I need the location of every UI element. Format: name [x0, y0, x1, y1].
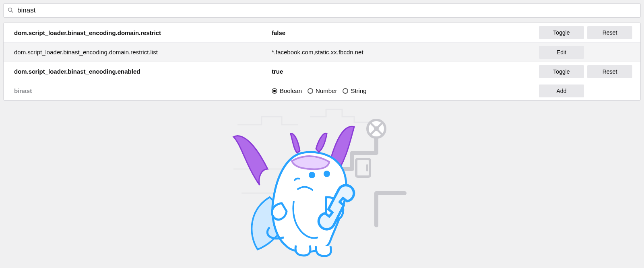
add-button[interactable]: Add: [539, 85, 584, 97]
toggle-button[interactable]: Toggle: [539, 26, 584, 39]
pref-value: true: [272, 68, 536, 75]
search-icon: [8, 7, 13, 14]
search-input[interactable]: [17, 6, 636, 15]
radio-label: String: [351, 87, 366, 94]
spacer: [587, 85, 632, 97]
search-bar[interactable]: [3, 3, 641, 18]
pref-row: dom.script_loader.binast_encoding.enable…: [4, 62, 640, 81]
radio-number[interactable]: Number: [308, 87, 337, 94]
radio-label: Boolean: [280, 87, 302, 94]
type-radio-group: Boolean Number String: [272, 87, 367, 94]
pref-row: dom.script_loader.binast_encoding.domain…: [4, 23, 640, 42]
radio-boolean[interactable]: Boolean: [272, 87, 302, 94]
new-pref-name: binast: [14, 87, 272, 94]
svg-line-1: [12, 11, 13, 12]
spacer: [587, 46, 632, 59]
pref-name: dom.script_loader.binast_encoding.domain…: [14, 49, 272, 56]
pref-table: dom.script_loader.binast_encoding.domain…: [3, 23, 641, 101]
svg-point-7: [374, 126, 379, 131]
pref-name: dom.script_loader.binast_encoding.domain…: [14, 29, 272, 36]
radio-icon: [343, 88, 348, 94]
toggle-button[interactable]: Toggle: [539, 65, 584, 78]
radio-string[interactable]: String: [343, 87, 366, 94]
radio-icon: [272, 88, 277, 94]
mascot-illustration: [225, 105, 419, 266]
edit-button[interactable]: Edit: [539, 46, 584, 59]
reset-button[interactable]: Reset: [587, 65, 632, 78]
pref-value: *.facebook.com,static.xx.fbcdn.net: [272, 49, 536, 56]
pref-value: false: [272, 29, 536, 36]
pref-name: dom.script_loader.binast_encoding.enable…: [14, 68, 272, 75]
pref-row: dom.script_loader.binast_encoding.domain…: [4, 42, 640, 62]
reset-button[interactable]: Reset: [587, 26, 632, 39]
new-pref-row: binast Boolean Number String: [4, 81, 640, 100]
svg-point-0: [8, 8, 12, 11]
radio-icon: [308, 88, 313, 94]
svg-point-9: [324, 171, 329, 176]
svg-point-8: [310, 173, 314, 177]
radio-label: Number: [316, 87, 337, 94]
